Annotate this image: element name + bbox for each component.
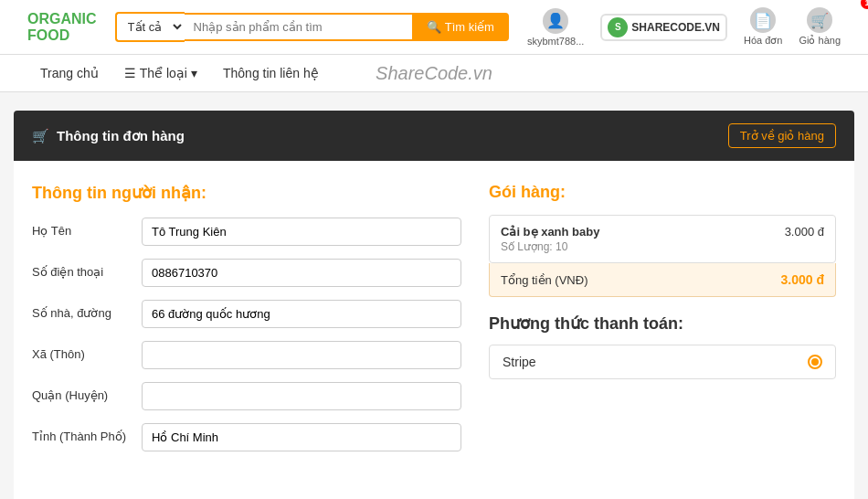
input-ho-ten[interactable]: [142, 218, 461, 246]
form-row-quan: Quận (Huyện): [32, 382, 461, 410]
input-quan[interactable]: [142, 382, 461, 410]
header: ORGANIC FOOD Tất cả 🔍 Tìm kiếm 👤 skybmt7…: [0, 0, 868, 55]
hoa-don-label: Hóa đơn: [744, 35, 782, 47]
package-item-name: Cải bẹ xanh baby: [501, 225, 599, 239]
main-content: 🛒 Thông tin đơn hàng Trở về giỏ hàng Thô…: [14, 111, 854, 499]
header-icons: 👤 skybmt788... S SHARECODE.VN 1 📄 Hóa đơ…: [527, 7, 841, 47]
invoice-icon-item[interactable]: 📄 Hóa đơn: [744, 7, 782, 47]
form-row-address: Số nhà, đường: [32, 300, 461, 328]
user-icon-item[interactable]: 👤 skybmt788...: [527, 8, 584, 47]
payment-title: Phương thức thanh toán:: [489, 313, 836, 334]
payment-option-label: Stripe: [503, 355, 536, 369]
payment-radio[interactable]: [808, 355, 822, 369]
invoice-icon: 📄: [750, 7, 776, 33]
navbar: Trang chủ ☰ Thể loại ▾ Thông tin liên hệ…: [0, 55, 868, 92]
cart-badge: 1: [861, 0, 868, 9]
logo: ORGANIC FOOD: [27, 11, 97, 43]
search-category-select[interactable]: Tất cả: [115, 12, 185, 42]
user-avatar: 👤: [543, 8, 568, 34]
input-tinh[interactable]: [142, 423, 461, 451]
user-label: skybmt788...: [527, 36, 584, 47]
total-amount: 3.000 đ: [781, 272, 824, 287]
sharecode-logo-block: S SHARECODE.VN 1: [600, 14, 727, 41]
search-button[interactable]: 🔍 Tìm kiếm: [412, 13, 509, 41]
input-xa[interactable]: [142, 341, 461, 369]
form-row-tinh: Tỉnh (Thành Phố): [32, 423, 461, 451]
payment-section: Phương thức thanh toán: Stripe: [489, 313, 836, 379]
label-ho-ten: Họ Tên: [32, 218, 132, 238]
payment-option-stripe[interactable]: Stripe: [489, 345, 836, 379]
recipient-section-title: Thông tin người nhận:: [32, 183, 461, 203]
label-tinh: Tỉnh (Thành Phố): [32, 423, 132, 443]
menu-icon: ☰: [124, 66, 136, 80]
chevron-down-icon: ▾: [191, 66, 197, 80]
package-item-price: 3.000 đ: [785, 225, 824, 239]
package-item-qty: Số Lượng: 10: [501, 240, 599, 253]
order-header-bar: 🛒 Thông tin đơn hàng Trở về giỏ hàng: [14, 111, 854, 161]
package-item-details: Cải bẹ xanh baby Số Lượng: 10: [501, 225, 599, 253]
total-label: Tổng tiền (VNĐ): [501, 273, 587, 287]
radio-inner: [811, 358, 819, 366]
order-body: Thông tin người nhận: Họ Tên Số điện tho…: [14, 161, 854, 486]
nav-the-loai[interactable]: ☰ Thể loại ▾: [111, 55, 210, 91]
order-title: Thông tin đơn hàng: [57, 128, 185, 144]
order-header-title-group: 🛒 Thông tin đơn hàng: [32, 128, 185, 144]
label-xa: Xã (Thôn): [32, 341, 132, 361]
cart-icon: 🛒: [807, 7, 832, 33]
form-row-ho-ten: Họ Tên: [32, 218, 461, 246]
total-row: Tổng tiền (VNĐ) 3.000 đ: [489, 263, 836, 297]
form-row-phone: Số điện thoại: [32, 259, 461, 287]
label-address: Số nhà, đường: [32, 300, 132, 320]
order-footer: Ngày giao dự kiến: 7/9/2022 - 7/16/2022 …: [14, 486, 854, 499]
recipient-section: Thông tin người nhận: Họ Tên Số điện tho…: [32, 183, 461, 464]
nav-trang-chu[interactable]: Trang chủ: [27, 55, 111, 91]
sharecode-label: SHARECODE.VN: [631, 21, 720, 34]
label-quan: Quận (Huyện): [32, 382, 132, 402]
package-section: Gói hàng: Cải bẹ xanh baby Số Lượng: 10 …: [489, 183, 836, 297]
gio-hang-label: Giỏ hàng: [799, 35, 841, 47]
label-phone: Số điện thoại: [32, 259, 132, 279]
input-phone[interactable]: [142, 259, 461, 287]
package-title: Gói hàng:: [489, 183, 836, 202]
cart-icon-header: 🛒: [32, 128, 49, 144]
form-row-xa: Xã (Thôn): [32, 341, 461, 369]
package-item: Cải bẹ xanh baby Số Lượng: 10 3.000 đ: [489, 215, 836, 263]
right-section: Gói hàng: Cải bẹ xanh baby Số Lượng: 10 …: [489, 183, 836, 464]
nav-thong-tin[interactable]: Thông tin liên hệ: [210, 55, 332, 91]
sc-logo-icon: S: [608, 17, 628, 37]
search-area: Tất cả 🔍 Tìm kiếm: [115, 12, 509, 42]
sharecode-box: S SHARECODE.VN 1: [600, 14, 727, 41]
back-to-cart-button[interactable]: Trở về giỏ hàng: [728, 123, 836, 148]
search-input[interactable]: [185, 13, 413, 41]
cart-icon-item[interactable]: 🛒 Giỏ hàng: [799, 7, 841, 47]
navbar-center-logo: ShareCode.vn: [376, 63, 492, 84]
input-address[interactable]: [142, 300, 461, 328]
